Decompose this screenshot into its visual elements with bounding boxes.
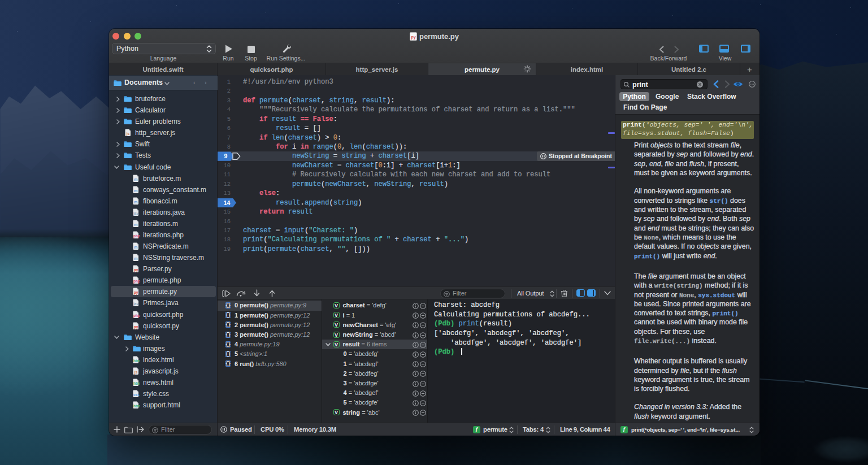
svg-text:py: py (411, 35, 415, 40)
